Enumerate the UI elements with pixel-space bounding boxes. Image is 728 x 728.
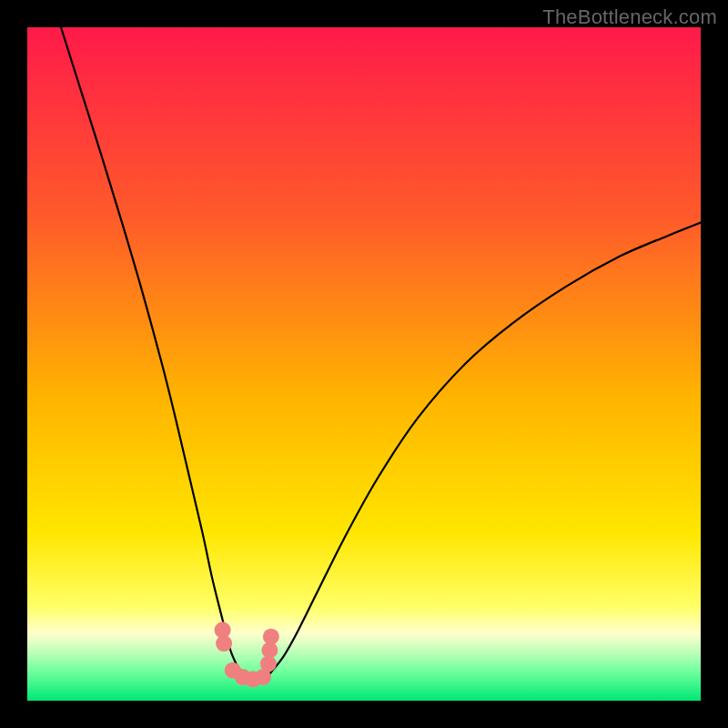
marker-valley-markers — [216, 635, 232, 652]
chart-outer-frame: TheBottleneck.com — [0, 0, 728, 728]
marker-valley-markers — [263, 629, 279, 645]
plot-area — [27, 27, 701, 701]
chart-svg — [27, 27, 701, 701]
plot-background — [27, 27, 701, 701]
watermark-text: TheBottleneck.com — [542, 5, 717, 29]
